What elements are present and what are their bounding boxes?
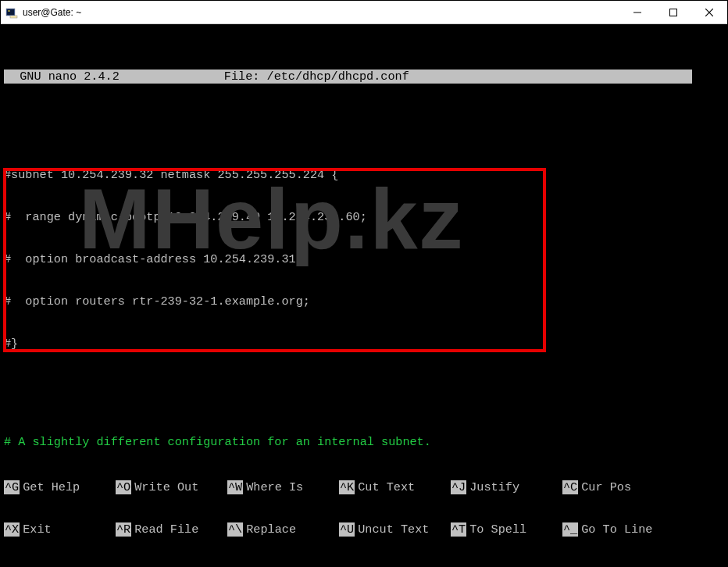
shortcut-label: Go To Line xyxy=(581,522,652,537)
svg-rect-2 xyxy=(10,16,17,18)
key-label: ^G xyxy=(4,480,20,494)
uncut-shortcut[interactable]: ^UUncut Text xyxy=(339,522,451,537)
nano-header-row: GNU nano 2.4.2 File: /etc/dhcp/dhcpd.con… xyxy=(4,70,724,84)
key-label: ^X xyxy=(4,522,20,537)
blank-line xyxy=(4,126,724,140)
shortcut-label: Exit xyxy=(23,522,51,537)
window-controls xyxy=(619,1,727,23)
key-label: ^C xyxy=(562,480,578,494)
key-label: ^K xyxy=(339,480,355,494)
shortcut-label: Replace xyxy=(246,522,296,537)
svg-rect-1 xyxy=(7,9,14,15)
nano-header-pad-right xyxy=(411,70,692,84)
subnet-config-line: # A slightly different configuration for… xyxy=(4,435,724,449)
terminal[interactable]: GNU nano 2.4.2 File: /etc/dhcp/dhcpd.con… xyxy=(1,24,727,566)
nano-app-name: GNU nano 2.4.2 xyxy=(4,70,121,84)
titlebar: user@Gate: ~ xyxy=(1,1,727,24)
config-line: #subnet 10.254.239.32 netmask 255.255.25… xyxy=(4,168,724,182)
titlebar-left: user@Gate: ~ xyxy=(5,6,81,19)
shortcut-label: To Spell xyxy=(469,522,526,537)
writeout-shortcut[interactable]: ^OWrite Out xyxy=(116,480,227,494)
key-label: ^_ xyxy=(562,522,578,537)
key-label: ^\ xyxy=(227,522,243,537)
shortcut-label: Cur Pos xyxy=(581,480,631,494)
config-line: # range dynamic-bootp 10.254.239.40 10.2… xyxy=(4,210,724,224)
shortcut-label: Get Help xyxy=(23,480,80,494)
window-title: user@Gate: ~ xyxy=(23,7,81,18)
whereis-shortcut[interactable]: ^WWhere Is xyxy=(227,480,339,494)
key-label: ^R xyxy=(116,522,131,537)
shortcut-label: Justify xyxy=(469,480,519,494)
config-line: # option broadcast-address 10.254.239.31… xyxy=(4,252,724,266)
config-line: # option routers rtr-239-32-1.example.or… xyxy=(4,294,724,308)
key-label: ^W xyxy=(227,480,243,494)
blank-line xyxy=(4,379,724,393)
gotoline-shortcut[interactable]: ^_Go To Line xyxy=(562,522,674,537)
shortcut-label: Uncut Text xyxy=(358,522,429,537)
cut-shortcut[interactable]: ^KCut Text xyxy=(339,480,451,494)
curpos-shortcut[interactable]: ^CCur Pos xyxy=(562,480,674,494)
footer-row-1: ^GGet Help ^OWrite Out ^WWhere Is ^KCut … xyxy=(4,480,724,494)
nano-file-label: File: /etc/dhcp/dhcpd.conf xyxy=(223,70,411,84)
key-label: ^T xyxy=(451,522,466,537)
key-label: ^O xyxy=(116,480,131,494)
maximize-button[interactable] xyxy=(655,1,691,23)
nano-header-pad xyxy=(121,70,223,84)
shortcut-label: Cut Text xyxy=(358,480,415,494)
shortcut-label: Read File xyxy=(134,522,198,537)
exit-shortcut[interactable]: ^XExit xyxy=(4,522,116,537)
shortcut-label: Write Out xyxy=(134,480,198,494)
putty-window: user@Gate: ~ GNU nano 2.4.2 File: /etc/d… xyxy=(0,0,728,567)
readfile-shortcut[interactable]: ^RRead File xyxy=(116,522,227,537)
shortcut-label: Where Is xyxy=(246,480,303,494)
tospell-shortcut[interactable]: ^TTo Spell xyxy=(451,522,562,537)
footer-row-2: ^XExit ^RRead File ^\Replace ^UUncut Tex… xyxy=(4,522,724,537)
putty-icon xyxy=(5,6,18,19)
close-button[interactable] xyxy=(691,1,727,23)
svg-rect-5 xyxy=(670,9,677,16)
nano-footer: ^GGet Help ^OWrite Out ^WWhere Is ^KCut … xyxy=(1,452,727,566)
minimize-button[interactable] xyxy=(619,1,655,23)
key-label: ^J xyxy=(451,480,466,494)
help-shortcut[interactable]: ^GGet Help xyxy=(4,480,116,494)
replace-shortcut[interactable]: ^\Replace xyxy=(227,522,339,537)
key-label: ^U xyxy=(339,522,355,537)
justify-shortcut[interactable]: ^JJustify xyxy=(451,480,562,494)
config-line: #} xyxy=(4,337,724,351)
